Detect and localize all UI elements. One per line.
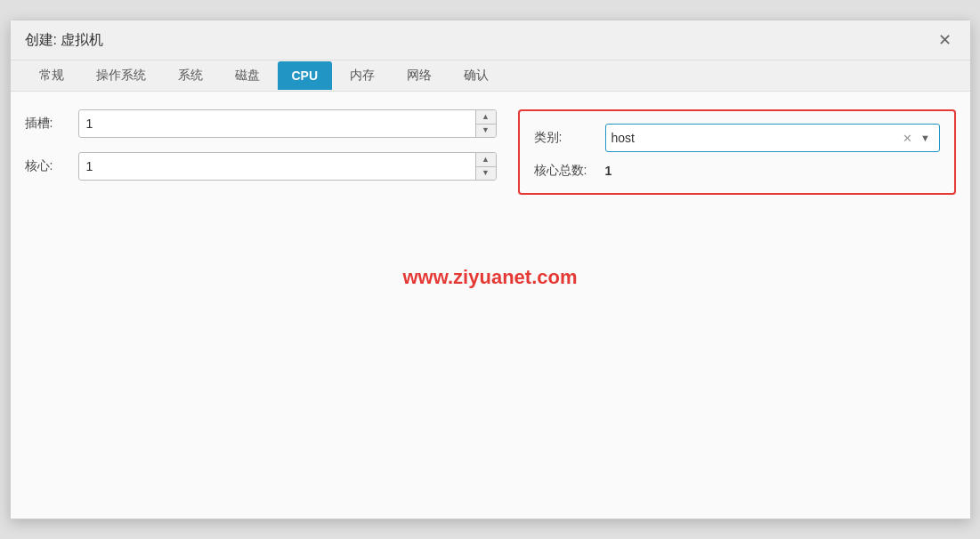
category-select[interactable]: host ✕ ▼ — [605, 124, 940, 152]
tab-system[interactable]: 系统 — [164, 60, 217, 91]
dialog-body: 插槽: ▲ ▼ 核心: ▲ — [11, 92, 970, 519]
create-vm-dialog: 创建: 虚拟机 ✕ 常规 操作系统 系统 磁盘 CPU 内存 网络 确认 插槽:… — [10, 20, 971, 519]
category-dropdown-button[interactable]: ▼ — [918, 130, 934, 146]
core-decrement-button[interactable]: ▼ — [476, 166, 496, 181]
category-row: 类别: host ✕ ▼ — [534, 124, 940, 152]
socket-row: 插槽: ▲ ▼ — [25, 109, 497, 138]
tab-confirm[interactable]: 确认 — [450, 60, 503, 91]
right-panel: 类别: host ✕ ▼ 核心总数: 1 — [518, 109, 956, 195]
tab-os[interactable]: 操作系统 — [82, 60, 160, 91]
socket-spinner-buttons: ▲ ▼ — [475, 110, 496, 137]
socket-increment-button[interactable]: ▲ — [476, 110, 496, 124]
category-label: 类别: — [534, 130, 605, 146]
tab-general[interactable]: 常规 — [25, 60, 78, 91]
category-value: host — [611, 131, 900, 145]
core-input[interactable] — [79, 153, 475, 180]
total-cores-value: 1 — [605, 164, 612, 178]
socket-spinner[interactable]: ▲ ▼ — [78, 109, 497, 138]
tab-network[interactable]: 网络 — [393, 60, 446, 91]
dialog-title: 创建: 虚拟机 — [25, 31, 104, 50]
total-cores-row: 核心总数: 1 — [534, 163, 940, 179]
dialog-header: 创建: 虚拟机 ✕ — [11, 20, 970, 60]
left-panel: 插槽: ▲ ▼ 核心: ▲ — [25, 109, 497, 195]
socket-label: 插槽: — [25, 116, 78, 132]
tab-memory[interactable]: 内存 — [336, 60, 389, 91]
core-spinner[interactable]: ▲ ▼ — [78, 152, 497, 181]
watermark: www.ziyuanet.com — [25, 266, 956, 289]
watermark-text: www.ziyuanet.com — [402, 266, 577, 288]
socket-decrement-button[interactable]: ▼ — [476, 124, 496, 138]
core-label: 核心: — [25, 158, 78, 174]
core-spinner-buttons: ▲ ▼ — [475, 153, 496, 180]
content-row: 插槽: ▲ ▼ 核心: ▲ — [25, 109, 956, 195]
category-clear-button[interactable]: ✕ — [900, 130, 916, 146]
tab-cpu[interactable]: CPU — [278, 61, 333, 90]
close-button[interactable]: ✕ — [935, 29, 956, 51]
core-increment-button[interactable]: ▲ — [476, 153, 496, 166]
socket-input[interactable] — [79, 110, 475, 137]
tab-disk[interactable]: 磁盘 — [221, 60, 274, 91]
tab-bar: 常规 操作系统 系统 磁盘 CPU 内存 网络 确认 — [11, 60, 970, 92]
total-cores-label: 核心总数: — [534, 163, 605, 179]
core-row: 核心: ▲ ▼ — [25, 152, 497, 181]
